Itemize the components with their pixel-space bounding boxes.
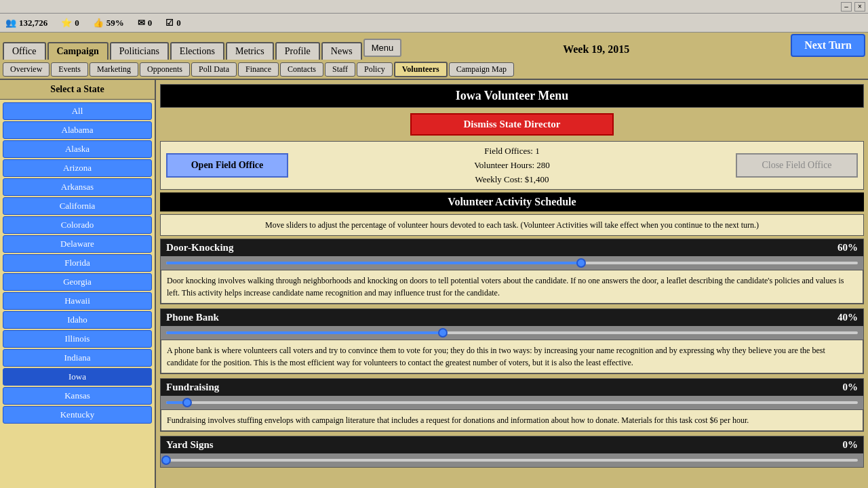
state-button-arizona[interactable]: Arizona [3,159,152,177]
stars-stat: ⭐ 0 [61,18,79,28]
subtab-marketing[interactable]: Marketing [90,62,138,77]
subtab-contacts[interactable]: Contacts [280,62,323,77]
subtab-volunteers[interactable]: Volunteers [394,62,448,77]
minimize-button[interactable]: – [841,2,852,12]
state-button-illinois[interactable]: Illinois [3,330,152,348]
phone-bank-slider-track[interactable] [161,326,863,340]
title-bar-controls: – × [841,2,865,12]
menu-button[interactable]: Menu [363,39,402,57]
subtab-polldata[interactable]: Poll Data [191,62,237,77]
door-knocking-thumb[interactable] [576,258,586,268]
next-turn-button[interactable]: Next Turn [791,34,865,57]
yard-signs-label: Yard Signs [166,439,214,451]
state-button-delaware[interactable]: Delaware [3,235,152,253]
state-button-florida[interactable]: Florida [3,254,152,272]
phone-bank-desc: A phone bank is where volunteers call vo… [161,340,863,373]
yard-signs-slider-track[interactable] [161,453,863,467]
door-knocking-fill [166,262,581,264]
nav-tab-campaign[interactable]: Campaign [47,42,108,60]
fundraising-section: Fundraising 0% Fundraising involves stuf… [160,378,864,432]
state-button-all[interactable]: All [3,102,152,120]
close-field-office-button[interactable]: Close Field Office [736,153,858,178]
phone-bank-fill [166,331,443,334]
state-sidebar-header: Select a State [0,80,155,100]
subtab-opponents[interactable]: Opponents [140,62,190,77]
door-knocking-slider-track[interactable] [161,256,863,270]
door-knocking-label: Door-Knocking [166,242,233,253]
yard-signs-thumb[interactable] [161,455,171,465]
stars-count: 0 [75,18,79,28]
state-button-kansas[interactable]: Kansas [3,387,152,405]
phone-bank-header: Phone Bank 40% [161,309,863,326]
door-knocking-desc: Door knocking involves walking through n… [161,270,863,304]
fundraising-header: Fundraising 0% [161,379,863,396]
yard-signs-track [166,459,858,462]
fundraising-slider-track[interactable] [161,396,863,409]
right-content: Iowa Volunteer Menu Dismiss State Direct… [156,80,868,488]
field-offices-count: Field Offices: 1 [295,144,729,159]
title-bar: – × [0,0,868,14]
phone-bank-label: Phone Bank [166,312,219,323]
door-knocking-section: Door-Knocking 60% Door knocking involves… [160,239,864,304]
state-button-kentucky[interactable]: Kentucky [3,406,152,424]
yard-signs-section: Yard Signs 0% [160,436,864,468]
approval-value: 59% [106,18,124,28]
state-button-hawaii[interactable]: Hawaii [3,292,152,310]
state-button-colorado[interactable]: Colorado [3,216,152,234]
star-icon: ⭐ [61,18,72,28]
messages-stat: ✉ 0 [138,18,153,28]
dismiss-state-director-button[interactable]: Dismiss State Director [410,113,614,136]
nav-tab-profile[interactable]: Profile [275,42,320,60]
approval-stat: 👍 59% [93,18,124,28]
sub-nav: Overview Events Marketing Opponents Poll… [0,60,868,80]
thumbs-up-icon: 👍 [93,18,104,28]
week-display: Week 19, 2015 [403,43,789,60]
fundraising-pct: 0% [843,382,859,393]
state-button-alaska[interactable]: Alaska [3,140,152,158]
iowa-volunteer-menu-header: Iowa Volunteer Menu [160,84,864,108]
volunteers-icon: 👥 [5,18,16,28]
subtab-events[interactable]: Events [51,62,88,77]
dismiss-section: Dismiss State Director [160,110,864,138]
subtab-policy[interactable]: Policy [357,62,393,77]
fundraising-thumb[interactable] [182,398,192,407]
state-sidebar: Select a State AllAlabamaAlaskaArizonaAr… [0,80,156,488]
yard-signs-pct: 0% [843,439,859,451]
right-inner: Iowa Volunteer Menu Dismiss State Direct… [156,80,868,473]
nav-tab-politicians[interactable]: Politicians [110,42,169,60]
subtab-finance[interactable]: Finance [238,62,279,77]
tasks-stat: ☑ 0 [165,18,181,28]
subtab-overview[interactable]: Overview [3,62,50,77]
nav-tab-elections[interactable]: Elections [170,42,224,60]
nav-tab-office[interactable]: Office [3,42,46,60]
subtab-campaignmap[interactable]: Campaign Map [449,62,514,77]
right-scroll[interactable]: Iowa Volunteer Menu Dismiss State Direct… [156,80,868,488]
state-button-georgia[interactable]: Georgia [3,273,152,291]
state-button-arkansas[interactable]: Arkansas [3,178,152,196]
close-button[interactable]: × [854,2,865,12]
state-button-idaho[interactable]: Idaho [3,311,152,329]
state-button-iowa[interactable]: Iowa [3,368,152,386]
envelope-icon: ✉ [138,18,145,28]
content-area: Select a State AllAlabamaAlaskaArizonaAr… [0,80,868,488]
volunteers-count: 132,726 [19,18,47,28]
state-button-indiana[interactable]: Indiana [3,349,152,367]
fundraising-track [166,401,858,404]
nav-tab-metrics[interactable]: Metrics [226,42,274,60]
subtab-staff[interactable]: Staff [325,62,355,77]
fundraising-label: Fundraising [166,382,219,393]
weekly-cost: Weekly Cost: $1,400 [295,173,729,187]
state-button-california[interactable]: California [3,197,152,215]
volunteer-hours: Volunteer Hours: 280 [295,159,729,173]
nav-tab-news[interactable]: News [321,42,362,60]
state-list[interactable]: AllAlabamaAlaskaArizonaArkansasCaliforni… [0,100,155,488]
main-nav: Office Campaign Politicians Elections Me… [0,33,868,60]
fundraising-desc: Fundraising involves stuffing envelops w… [161,409,863,431]
open-field-office-button[interactable]: Open Field Office [166,153,288,178]
volunteers-stat: 👥 132,726 [5,18,47,28]
state-button-alabama[interactable]: Alabama [3,121,152,139]
phone-bank-track [166,331,858,334]
phone-bank-thumb[interactable] [438,328,448,338]
activity-schedule-header: Volunteer Activity Schedule [160,192,864,211]
messages-count: 0 [148,18,153,28]
